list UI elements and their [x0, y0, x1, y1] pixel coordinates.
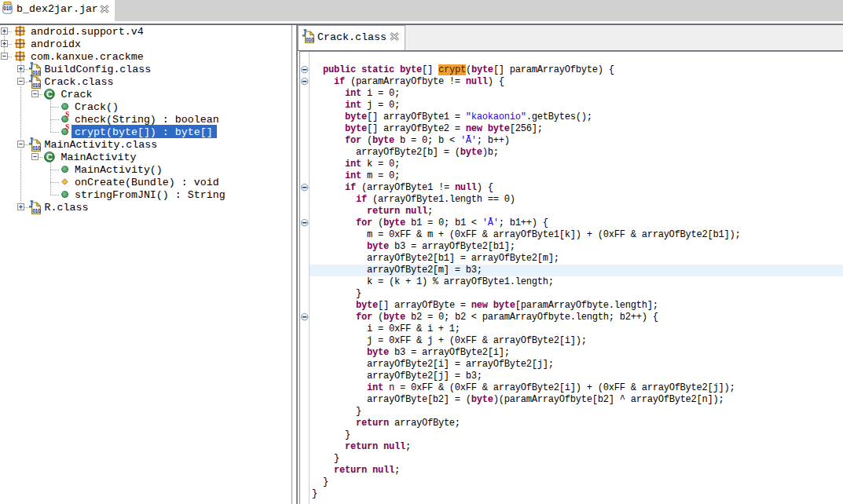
svg-text:010: 010 [3, 5, 12, 11]
svg-text:010: 010 [32, 207, 41, 213]
svg-text:010: 010 [32, 82, 41, 87]
svg-text:010: 010 [306, 37, 314, 42]
svg-text:010: 010 [32, 144, 41, 150]
